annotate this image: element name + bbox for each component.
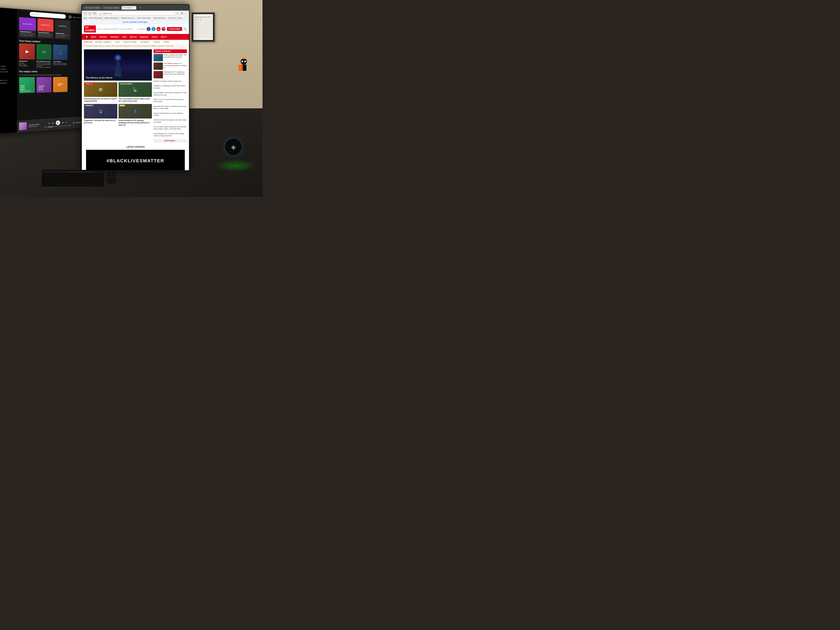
playlist-startselect-card[interactable]: ▶ StartSelect Let's go. 88,787,181 FOLLO… [19, 43, 35, 68]
bookmark-pcgamer[interactable]: PC Gamer - Top Bu... [168, 17, 183, 19]
subnav-squadrons[interactable]: Star Wars: Squadrons [94, 41, 112, 43]
next-button[interactable]: ⏭ [62, 121, 64, 123]
news-item-witcher[interactable]: The Witcher season 2 is resuming product… [153, 63, 187, 70]
pcgamer-website: Try the new Microsoft Edge > PCGAMER THE… [82, 20, 189, 170]
reload-button[interactable]: ↻ [93, 11, 96, 15]
subnav-icarus[interactable]: Icarus [114, 41, 121, 43]
hero-image [84, 49, 152, 81]
subscribe-button[interactable]: SUBSCRIBE [167, 27, 182, 31]
tab-pcgamer[interactable]: PC Gamer × [122, 6, 136, 9]
playlist-bodega[interactable]: Bodega Life [0, 59, 17, 62]
nav-news[interactable]: News [90, 34, 98, 40]
card-songs-car[interactable]: Songs toSing inthe Car [36, 77, 52, 93]
bookmark-keyword[interactable]: Keyword Tool #1 G... [121, 17, 136, 19]
playlist-startselect[interactable]: StartSelect [0, 56, 17, 59]
article-crapshoot[interactable]: UNERDCO 🖥️ Crapshoot: The Deus Ex mod se… [84, 104, 117, 126]
news-item-civ6[interactable]: Civ 6's battle royale mode gets even wei… [153, 125, 187, 131]
news-item-hylics[interactable]: Absurdist RPG Hylics 2 will be out tomor… [153, 105, 187, 111]
keyboard [42, 170, 104, 186]
bookmark-kotaku[interactable]: Kotaku | Gaming Ne... [104, 17, 120, 19]
crapshoot-image: 🖥️ [99, 110, 103, 113]
podcast-bombcast[interactable]: Giant Bombcast Giant Bombcast Giant Bomb… [38, 18, 54, 39]
instagram-icon[interactable]: 📷 [161, 27, 166, 31]
daily-drive-desc: A mix of music and podcasts to get you t… [19, 74, 85, 76]
play-icon: ▶ [25, 49, 28, 54]
playlist-beck2[interactable]: Beck:Mongolian Chop Squad [0, 68, 17, 70]
bookmark-star-icon[interactable]: ☆ [175, 12, 179, 15]
forward-nav-button[interactable]: › [88, 11, 92, 15]
nav-hardware[interactable]: Hardware [109, 34, 121, 40]
liberty-image-icon: 🗽 [133, 87, 137, 92]
play-pause-button[interactable]: ▶ [56, 120, 60, 125]
article-liberty[interactable]: GIVE ME LIBERTY 🗽 The story behind Liber… [118, 82, 152, 102]
bookmark-features[interactable]: Feature Bookmarks [89, 17, 102, 19]
blm-text: #BLACKLIVESMATTER [90, 158, 181, 164]
article-bathroom[interactable]: OOPS 👤 Great moments in PC gaming: Sneak… [118, 104, 152, 126]
subnav-persona4[interactable]: Persona 4 Golden [123, 41, 138, 43]
back-button[interactable]: ‹ [19, 11, 23, 16]
news-item-fortnite[interactable]: Fortnite no longer contains police cars [153, 80, 187, 83]
repeat-button[interactable]: ↻ [66, 121, 67, 123]
tab-close-icon[interactable]: × [133, 7, 134, 9]
subnav-everspace[interactable]: Everspace 2 [140, 41, 151, 43]
news-item-cyberpunk[interactable]: Cyberpunk 2077 is getting a comic series… [153, 71, 187, 78]
playlist-lofi-card[interactable]: 🎧 Lo-Fi Beats Beats to relax and focus. … [53, 44, 68, 68]
subnav-fortnite[interactable]: Fortnite [163, 41, 170, 43]
pcgamer-right-sidebar: NEWS STREAM Smite is getting an Avatar: … [153, 49, 187, 142]
new-tab-button[interactable]: + [137, 6, 143, 9]
playlist-blm[interactable]: Black Lives Matter [0, 53, 17, 57]
playlist-allnighter[interactable]: All-Nighter [0, 73, 17, 76]
card-hiphop-drive[interactable]: Hip-HopDrive [53, 77, 68, 93]
menu-icon[interactable]: ⋮ [185, 12, 187, 15]
prev-button[interactable]: ⏮ [52, 122, 54, 124]
now-playing-thumbnail [19, 122, 27, 130]
playlist-coolguy[interactable]: cool guy chill day 😄 [0, 62, 17, 65]
progress-track[interactable] [48, 125, 68, 127]
nav-indie[interactable]: Indie [121, 34, 128, 40]
nav-reviews[interactable]: Reviews [98, 34, 109, 40]
forward-button[interactable]: › [24, 11, 28, 16]
bookmark-apps[interactable]: Apps [84, 17, 87, 19]
tab-twitter-1[interactable]: 🐦 Home / Twitter [84, 6, 101, 9]
subnav-valorant[interactable]: Valorant [153, 41, 160, 43]
figurine-head [241, 58, 247, 65]
nav-home-icon[interactable]: 🏠 [84, 34, 90, 40]
bookmark-videogame[interactable]: Video Game Dea... [153, 17, 167, 19]
extensions-icon[interactable]: ⊕ [180, 12, 184, 15]
url-bar[interactable]: 🔒 pcgamer.com [97, 11, 175, 15]
playlist-beck[interactable]: beck: mongolian chop squad [0, 65, 17, 68]
tab-twitter-2[interactable]: 🐦 Home / Twitter [103, 6, 120, 9]
nav-bestof[interactable]: Best Of [128, 34, 138, 40]
youtube-icon[interactable]: ▶ [156, 27, 161, 31]
shuffle-button[interactable]: ⇄ [48, 122, 50, 125]
news-item-rayman[interactable]: Rayman Redemption is a slick fangame rem… [153, 112, 187, 117]
search-site-icon[interactable]: 🔍 [183, 27, 187, 31]
podcast-bodega[interactable]: Bodega Boys Bodega Boys Desus Nice (@Des… [55, 20, 70, 39]
playlist-topgaming-card[interactable]: 🎮 Top Gaming Tracks Some of the most-add… [36, 44, 52, 68]
twitter-social-icon[interactable]: t [152, 27, 156, 31]
news-item-fifa[interactable]: FIFA 21 for PC will be the PS4 and Xbox … [153, 98, 187, 104]
news-item-valorant[interactable]: Valorant will soon let players surrender… [153, 118, 187, 124]
headphones-icon: 🎧 [58, 50, 63, 55]
playlist-headphones[interactable]: Songs To Test Headphones With [0, 70, 17, 73]
facebook-icon[interactable]: f [147, 27, 151, 31]
nav-magazine[interactable]: Magazine [138, 34, 150, 40]
nav-more[interactable]: More ▾ [159, 34, 169, 40]
search-input[interactable]: 🔍 Search [30, 12, 66, 19]
more-news-button[interactable]: MORE NEWS + [153, 139, 187, 142]
new-playlist-button[interactable]: ⊕ + New Playlist [0, 87, 17, 93]
news-item-sf5[interactable]: Street Fighter 5 pros forfeit Capcom Pro… [153, 91, 187, 97]
news-item-crash[interactable]: Crash Bandicoot 4: It's About Time offic… [153, 132, 187, 138]
card-daily-drive[interactable]: YOURDAILYDRIVE MUSIC AND NEWS [19, 77, 35, 94]
edge-banner[interactable]: Try the new Microsoft Edge > [82, 20, 189, 24]
news-item-titanfall[interactable]: Titanfall 2 is enjoying a second wind th… [153, 84, 187, 90]
bookmark-future[interactable]: Future Labs Projec... [137, 17, 152, 19]
nav-forum[interactable]: Forum [150, 34, 159, 40]
alienware-logo-icon: ◈ [231, 143, 236, 151]
hero-article[interactable]: DESIGN IS LAW [84, 49, 152, 81]
article-deus-ex[interactable]: REINSTALL ⚙️ Revisiting Deus Ex, Ion Sto… [84, 82, 117, 102]
back-nav-button[interactable]: ‹ [84, 11, 87, 15]
podcast-waypoint[interactable]: Waypoint Radio Giant Bombcast Giant Bomb… [19, 17, 36, 38]
latest-updates-section: LATEST UPDATES #BLACKLIVESMATTER [82, 144, 189, 170]
news-item-smite[interactable]: Smite is getting an Avatar: The Last Air… [153, 54, 187, 61]
